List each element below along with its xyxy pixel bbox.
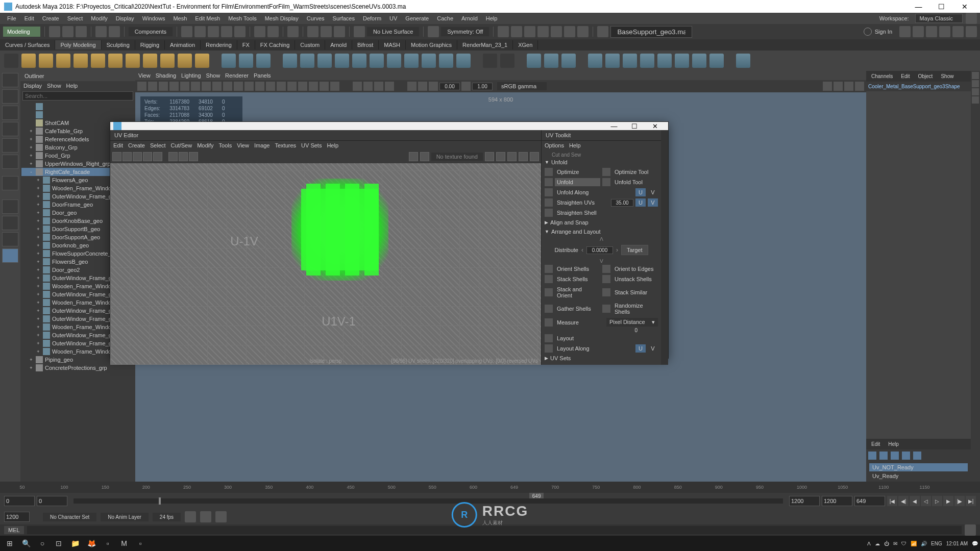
vp-tool-icon[interactable]	[287, 82, 297, 91]
uv-tb-icon[interactable]	[112, 152, 121, 161]
uv-scrollbar[interactable]	[661, 130, 668, 365]
outliner-item[interactable]: +ConcreteProtections_grp	[21, 364, 134, 372]
tab-xgen[interactable]: XGen	[513, 40, 538, 49]
target-weld-icon[interactable]	[544, 54, 558, 68]
uv-menu-tools[interactable]: Tools	[219, 142, 232, 148]
poly-tool-icon[interactable]	[657, 54, 672, 68]
tab-poly-modeling[interactable]: Poly Modeling	[55, 40, 101, 49]
firefox-icon[interactable]: 🦊	[84, 536, 99, 550]
poly-tool-icon[interactable]	[561, 54, 576, 68]
poly-tool-icon[interactable]	[422, 54, 436, 68]
vp-menu-panels[interactable]: Panels	[254, 72, 271, 79]
vp-menu-lighting[interactable]: Lighting	[181, 72, 201, 79]
play-forward-button[interactable]: ▷	[932, 496, 942, 506]
tab-fx[interactable]: FX	[237, 40, 255, 49]
quick-select-set[interactable]: Uv_Ready	[869, 472, 968, 480]
tray-icon[interactable]: ✉	[893, 541, 897, 546]
poly-tool-icon[interactable]	[239, 54, 253, 68]
uv-menu-help[interactable]: Help	[327, 142, 338, 148]
magnet-icon[interactable]	[354, 26, 365, 37]
layout-outliner-icon[interactable]	[2, 248, 18, 263]
menu-edit-mesh[interactable]: Edit Mesh	[191, 15, 224, 21]
layout-single-icon[interactable]	[2, 199, 18, 214]
autokey-icon[interactable]	[185, 511, 196, 522]
render-icon[interactable]	[307, 26, 318, 37]
uv-tb-icon[interactable]	[420, 152, 429, 161]
tab-animation[interactable]: Animation	[165, 40, 201, 49]
fps-dropdown[interactable]: 24 fps	[153, 513, 181, 521]
symmetry-dropdown[interactable]: Symmetry: Off	[441, 27, 489, 36]
components-dropdown[interactable]: Components	[129, 27, 173, 36]
uv-toolkit-menu-options[interactable]: Options	[545, 142, 564, 148]
vp-tool-icon[interactable]	[212, 82, 222, 91]
preferences-icon[interactable]	[215, 511, 227, 522]
tab-motion-graphics[interactable]: Motion Graphics	[406, 40, 457, 49]
arrange-layout-header[interactable]: ▼Arrange and Layout	[545, 227, 658, 236]
vp-tool-icon[interactable]	[363, 82, 373, 91]
uv-tb-icon[interactable]	[530, 152, 539, 161]
poly-tool-icon[interactable]	[317, 54, 332, 68]
poly-tool-icon[interactable]	[370, 54, 384, 68]
menu-uv[interactable]: UV	[385, 15, 401, 21]
menu-file[interactable]: File	[3, 15, 20, 21]
vp-tool-icon[interactable]	[374, 82, 383, 91]
menu-arnold[interactable]: Arnold	[457, 15, 482, 21]
tab-rigging[interactable]: Rigging	[135, 40, 165, 49]
menu-mesh[interactable]: Mesh	[169, 15, 191, 21]
cortana-icon[interactable]: ○	[35, 536, 50, 550]
uv-menu-create[interactable]: Create	[128, 142, 145, 148]
toolbar-icon[interactable]	[511, 26, 522, 37]
menu-display[interactable]: Display	[112, 15, 138, 21]
uv-tb-icon[interactable]	[519, 152, 528, 161]
poly-cube-icon[interactable]	[39, 54, 53, 68]
align-snap-header[interactable]: ▶Align and Snap	[545, 218, 658, 227]
step-forward-button[interactable]: ▶	[943, 496, 953, 506]
gamma-icon[interactable]	[461, 82, 471, 91]
workspace-config-icon[interactable]	[966, 13, 977, 24]
selection-field[interactable]	[610, 26, 692, 38]
paint-select-tool-icon[interactable]	[2, 106, 18, 120]
minimize-button[interactable]: —	[907, 0, 930, 13]
menu-create[interactable]: Create	[38, 15, 63, 21]
step-back-key-button[interactable]: ◀|	[898, 496, 909, 506]
set-icon[interactable]	[868, 452, 876, 460]
menu-edit[interactable]: Edit	[20, 15, 38, 21]
straighten-uvs-button[interactable]: Straighten UVs	[555, 198, 609, 207]
modeling-toolkit-icon[interactable]	[972, 96, 979, 104]
toolbar-icon[interactable]	[966, 26, 977, 37]
uv-tb-icon[interactable]	[153, 152, 162, 161]
uv-toolkit-menu-help[interactable]: Help	[569, 142, 581, 148]
tray-icon[interactable]: ☁	[875, 541, 880, 546]
mode-selector[interactable]: Modeling	[3, 27, 40, 37]
menu-windows[interactable]: Windows	[138, 15, 169, 21]
optimize-button[interactable]: Optimize	[555, 168, 600, 176]
vp-tool-icon[interactable]	[223, 82, 232, 91]
uv-tb-icon[interactable]	[189, 152, 198, 161]
menu-modify[interactable]: Modify	[87, 15, 111, 21]
menu-curves[interactable]: Curves	[303, 15, 329, 21]
tab-curves[interactable]: Curves / Surfaces	[0, 40, 55, 49]
uv-tb-icon[interactable]	[179, 152, 188, 161]
exposure-icon[interactable]	[429, 82, 438, 91]
start-frame-field[interactable]	[37, 496, 67, 506]
select-tool-icon[interactable]	[2, 73, 18, 87]
menu-cache[interactable]: Cache	[433, 15, 457, 21]
preferences-icon[interactable]	[200, 511, 211, 522]
layout-v-button[interactable]: V	[648, 344, 658, 353]
toolbar-icon[interactable]	[551, 26, 562, 37]
vp-tool-icon[interactable]	[137, 82, 146, 91]
language-indicator[interactable]: ENG	[931, 541, 942, 546]
uv-menu-textures[interactable]: Textures	[275, 142, 296, 148]
vp-tool-icon[interactable]	[277, 82, 286, 91]
unfold-section-header[interactable]: ▼Unfold	[545, 158, 658, 167]
poly-tool-icon[interactable]	[404, 54, 419, 68]
layout-u-button[interactable]: U	[635, 344, 646, 353]
poly-tool-icon[interactable]	[500, 54, 514, 68]
chevron-down-icon[interactable]: ᐯ	[545, 258, 658, 264]
stack-orient-button[interactable]: Stack and Orient	[555, 285, 600, 299]
next-arrow-icon[interactable]: ›	[616, 246, 618, 254]
layout-four-icon[interactable]	[2, 216, 18, 230]
vp-tool-icon[interactable]	[320, 82, 329, 91]
shelf-config-icon[interactable]	[4, 54, 18, 68]
poly-tool-icon[interactable]	[692, 54, 706, 68]
